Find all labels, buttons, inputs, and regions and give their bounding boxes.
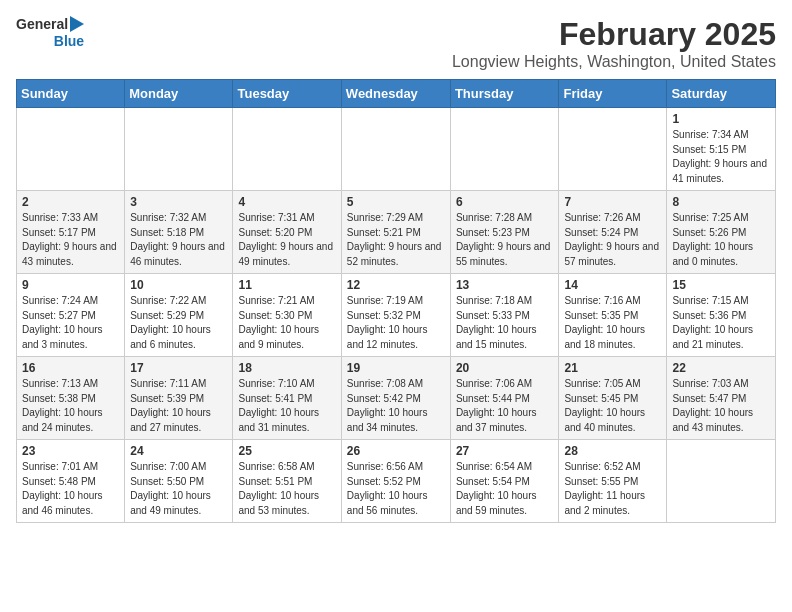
day-info: Sunrise: 7:31 AM Sunset: 5:20 PM Dayligh… (238, 211, 335, 269)
day-info: Sunrise: 7:15 AM Sunset: 5:36 PM Dayligh… (672, 294, 770, 352)
calendar-cell: 9Sunrise: 7:24 AM Sunset: 5:27 PM Daylig… (17, 274, 125, 357)
day-info: Sunrise: 6:54 AM Sunset: 5:54 PM Dayligh… (456, 460, 554, 518)
day-number: 28 (564, 444, 661, 458)
day-number: 25 (238, 444, 335, 458)
day-number: 18 (238, 361, 335, 375)
month-title: February 2025 (452, 16, 776, 53)
title-block: February 2025 Longview Heights, Washingt… (452, 16, 776, 71)
weekday-header-tuesday: Tuesday (233, 80, 341, 108)
day-info: Sunrise: 7:32 AM Sunset: 5:18 PM Dayligh… (130, 211, 227, 269)
day-number: 8 (672, 195, 770, 209)
calendar-cell: 19Sunrise: 7:08 AM Sunset: 5:42 PM Dayli… (341, 357, 450, 440)
calendar-cell: 12Sunrise: 7:19 AM Sunset: 5:32 PM Dayli… (341, 274, 450, 357)
day-info: Sunrise: 7:25 AM Sunset: 5:26 PM Dayligh… (672, 211, 770, 269)
day-info: Sunrise: 7:18 AM Sunset: 5:33 PM Dayligh… (456, 294, 554, 352)
day-number: 19 (347, 361, 445, 375)
calendar-week-row: 1Sunrise: 7:34 AM Sunset: 5:15 PM Daylig… (17, 108, 776, 191)
calendar-table: SundayMondayTuesdayWednesdayThursdayFrid… (16, 79, 776, 523)
calendar-cell: 8Sunrise: 7:25 AM Sunset: 5:26 PM Daylig… (667, 191, 776, 274)
day-number: 15 (672, 278, 770, 292)
weekday-header-friday: Friday (559, 80, 667, 108)
day-number: 7 (564, 195, 661, 209)
calendar-cell: 5Sunrise: 7:29 AM Sunset: 5:21 PM Daylig… (341, 191, 450, 274)
day-number: 22 (672, 361, 770, 375)
day-info: Sunrise: 7:24 AM Sunset: 5:27 PM Dayligh… (22, 294, 119, 352)
calendar-cell: 15Sunrise: 7:15 AM Sunset: 5:36 PM Dayli… (667, 274, 776, 357)
calendar-cell: 18Sunrise: 7:10 AM Sunset: 5:41 PM Dayli… (233, 357, 341, 440)
calendar-cell: 1Sunrise: 7:34 AM Sunset: 5:15 PM Daylig… (667, 108, 776, 191)
calendar-cell: 26Sunrise: 6:56 AM Sunset: 5:52 PM Dayli… (341, 440, 450, 523)
day-number: 23 (22, 444, 119, 458)
day-number: 11 (238, 278, 335, 292)
day-number: 17 (130, 361, 227, 375)
calendar-cell (233, 108, 341, 191)
day-number: 16 (22, 361, 119, 375)
calendar-cell: 6Sunrise: 7:28 AM Sunset: 5:23 PM Daylig… (450, 191, 559, 274)
calendar-cell (125, 108, 233, 191)
day-info: Sunrise: 7:29 AM Sunset: 5:21 PM Dayligh… (347, 211, 445, 269)
day-info: Sunrise: 7:00 AM Sunset: 5:50 PM Dayligh… (130, 460, 227, 518)
day-info: Sunrise: 7:08 AM Sunset: 5:42 PM Dayligh… (347, 377, 445, 435)
calendar-cell: 24Sunrise: 7:00 AM Sunset: 5:50 PM Dayli… (125, 440, 233, 523)
day-info: Sunrise: 7:11 AM Sunset: 5:39 PM Dayligh… (130, 377, 227, 435)
day-info: Sunrise: 6:58 AM Sunset: 5:51 PM Dayligh… (238, 460, 335, 518)
calendar-cell (667, 440, 776, 523)
day-info: Sunrise: 7:06 AM Sunset: 5:44 PM Dayligh… (456, 377, 554, 435)
day-info: Sunrise: 7:21 AM Sunset: 5:30 PM Dayligh… (238, 294, 335, 352)
calendar-cell (341, 108, 450, 191)
calendar-cell: 13Sunrise: 7:18 AM Sunset: 5:33 PM Dayli… (450, 274, 559, 357)
calendar-header-row: SundayMondayTuesdayWednesdayThursdayFrid… (17, 80, 776, 108)
day-info: Sunrise: 7:10 AM Sunset: 5:41 PM Dayligh… (238, 377, 335, 435)
calendar-cell: 23Sunrise: 7:01 AM Sunset: 5:48 PM Dayli… (17, 440, 125, 523)
page-header: General Blue February 2025 Longview Heig… (16, 16, 776, 71)
day-info: Sunrise: 7:05 AM Sunset: 5:45 PM Dayligh… (564, 377, 661, 435)
logo-text-general: General (16, 16, 68, 33)
day-info: Sunrise: 7:28 AM Sunset: 5:23 PM Dayligh… (456, 211, 554, 269)
day-number: 2 (22, 195, 119, 209)
calendar-cell: 25Sunrise: 6:58 AM Sunset: 5:51 PM Dayli… (233, 440, 341, 523)
day-info: Sunrise: 7:22 AM Sunset: 5:29 PM Dayligh… (130, 294, 227, 352)
calendar-cell: 4Sunrise: 7:31 AM Sunset: 5:20 PM Daylig… (233, 191, 341, 274)
day-info: Sunrise: 7:01 AM Sunset: 5:48 PM Dayligh… (22, 460, 119, 518)
calendar-week-row: 2Sunrise: 7:33 AM Sunset: 5:17 PM Daylig… (17, 191, 776, 274)
calendar-week-row: 16Sunrise: 7:13 AM Sunset: 5:38 PM Dayli… (17, 357, 776, 440)
calendar-cell: 16Sunrise: 7:13 AM Sunset: 5:38 PM Dayli… (17, 357, 125, 440)
day-info: Sunrise: 7:16 AM Sunset: 5:35 PM Dayligh… (564, 294, 661, 352)
calendar-cell: 21Sunrise: 7:05 AM Sunset: 5:45 PM Dayli… (559, 357, 667, 440)
calendar-cell: 20Sunrise: 7:06 AM Sunset: 5:44 PM Dayli… (450, 357, 559, 440)
weekday-header-saturday: Saturday (667, 80, 776, 108)
day-info: Sunrise: 7:33 AM Sunset: 5:17 PM Dayligh… (22, 211, 119, 269)
calendar-cell (17, 108, 125, 191)
calendar-week-row: 9Sunrise: 7:24 AM Sunset: 5:27 PM Daylig… (17, 274, 776, 357)
calendar-cell: 2Sunrise: 7:33 AM Sunset: 5:17 PM Daylig… (17, 191, 125, 274)
weekday-header-wednesday: Wednesday (341, 80, 450, 108)
day-info: Sunrise: 7:03 AM Sunset: 5:47 PM Dayligh… (672, 377, 770, 435)
calendar-cell (559, 108, 667, 191)
day-number: 6 (456, 195, 554, 209)
day-number: 13 (456, 278, 554, 292)
day-info: Sunrise: 6:56 AM Sunset: 5:52 PM Dayligh… (347, 460, 445, 518)
day-number: 24 (130, 444, 227, 458)
day-number: 4 (238, 195, 335, 209)
day-info: Sunrise: 7:26 AM Sunset: 5:24 PM Dayligh… (564, 211, 661, 269)
day-number: 3 (130, 195, 227, 209)
day-number: 10 (130, 278, 227, 292)
day-number: 9 (22, 278, 119, 292)
calendar-cell: 28Sunrise: 6:52 AM Sunset: 5:55 PM Dayli… (559, 440, 667, 523)
calendar-cell: 17Sunrise: 7:11 AM Sunset: 5:39 PM Dayli… (125, 357, 233, 440)
day-info: Sunrise: 6:52 AM Sunset: 5:55 PM Dayligh… (564, 460, 661, 518)
calendar-cell: 22Sunrise: 7:03 AM Sunset: 5:47 PM Dayli… (667, 357, 776, 440)
logo-arrow-icon (70, 16, 84, 32)
calendar-cell: 27Sunrise: 6:54 AM Sunset: 5:54 PM Dayli… (450, 440, 559, 523)
day-number: 5 (347, 195, 445, 209)
calendar-week-row: 23Sunrise: 7:01 AM Sunset: 5:48 PM Dayli… (17, 440, 776, 523)
calendar-cell: 7Sunrise: 7:26 AM Sunset: 5:24 PM Daylig… (559, 191, 667, 274)
day-number: 20 (456, 361, 554, 375)
calendar-cell: 14Sunrise: 7:16 AM Sunset: 5:35 PM Dayli… (559, 274, 667, 357)
weekday-header-monday: Monday (125, 80, 233, 108)
day-info: Sunrise: 7:13 AM Sunset: 5:38 PM Dayligh… (22, 377, 119, 435)
calendar-cell: 11Sunrise: 7:21 AM Sunset: 5:30 PM Dayli… (233, 274, 341, 357)
day-info: Sunrise: 7:34 AM Sunset: 5:15 PM Dayligh… (672, 128, 770, 186)
day-number: 26 (347, 444, 445, 458)
day-number: 14 (564, 278, 661, 292)
